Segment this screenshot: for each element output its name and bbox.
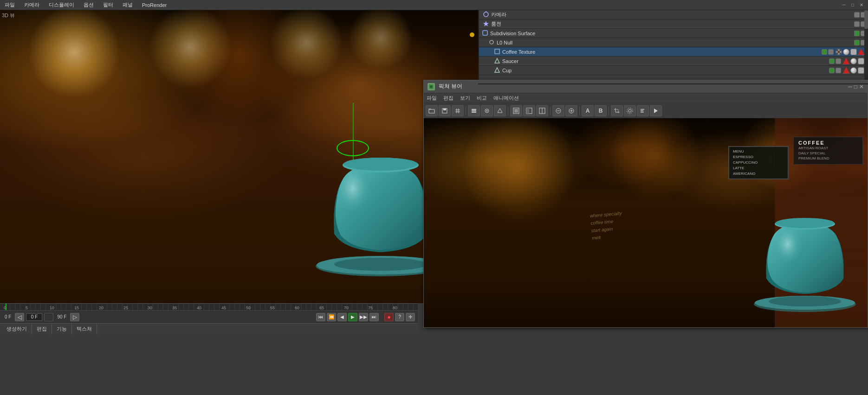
object-row-cup[interactable]: Cup xyxy=(479,66,868,75)
pv-btn-zoom-out[interactable] xyxy=(552,105,564,116)
play-btn[interactable]: ▶ xyxy=(348,313,357,321)
render-light-2 xyxy=(609,118,702,202)
mat-red-tri[interactable] xyxy=(858,49,864,55)
null-vis-dot[interactable] xyxy=(854,40,860,45)
playback-controls: 0 F ◁ 90 F ▷ ⏮ ⏪ ◀ ▶ ▶▶ ⏭ ● ? ✛ xyxy=(0,310,418,323)
pv-btn-settings[interactable] xyxy=(624,105,636,116)
tl-mark-50: 50 xyxy=(246,306,251,310)
object-row-subdivision[interactable]: Subdivision Surface xyxy=(479,29,868,38)
scrollbar-thumb[interactable] xyxy=(864,10,868,29)
picture-viewer-titlebar[interactable]: 픽쳐 뷰어 ─ □ ✕ xyxy=(424,80,868,93)
tab-create[interactable]: 생성하기 xyxy=(2,324,32,334)
svg-point-6 xyxy=(484,12,488,17)
cup-mat-sphere[interactable] xyxy=(850,67,857,74)
svg-rect-11 xyxy=(495,49,499,54)
help-btn[interactable]: ? xyxy=(395,313,404,321)
pv-btn-display1[interactable] xyxy=(510,105,522,116)
svg-rect-32 xyxy=(526,108,529,114)
tl-mark-55: 55 xyxy=(270,306,275,310)
pv-sep-1 xyxy=(466,106,466,115)
saucer-mat-sphere[interactable] xyxy=(850,58,857,64)
minimize-btn[interactable]: ─ xyxy=(841,2,848,8)
tl-mark-40: 40 xyxy=(197,306,201,310)
cup-mat-cube[interactable] xyxy=(858,67,864,74)
pv-btn-history[interactable] xyxy=(637,105,649,116)
pv-btn-crop[interactable] xyxy=(611,105,623,116)
pv-btn-grid[interactable] xyxy=(452,105,464,116)
menu-file[interactable]: 파일 xyxy=(3,0,17,9)
viewport-3d[interactable] xyxy=(0,10,478,303)
pv-btn-compare-b[interactable]: B xyxy=(595,105,607,116)
object-manager: 카메라 룸젼 Subdivision Surface L0 Null xyxy=(478,10,868,83)
frame-back-btn[interactable]: ◁ xyxy=(15,313,24,321)
mat-sphere[interactable] xyxy=(843,49,849,55)
ct-lock-dot[interactable] xyxy=(828,49,834,55)
step-forward-btn[interactable]: ▶▶ xyxy=(359,313,368,321)
saucer-vis-dot[interactable] xyxy=(829,58,835,64)
total-frames-btn[interactable]: ▷ xyxy=(70,313,79,321)
cup-vis-dot[interactable] xyxy=(829,68,835,73)
pv-menu-file[interactable]: 파일 xyxy=(427,95,437,102)
menu-display[interactable]: 디스플레이 xyxy=(47,0,76,9)
camera-vis-dot[interactable] xyxy=(854,12,860,18)
svg-marker-28 xyxy=(498,108,502,113)
pv-menu-view[interactable]: 보기 xyxy=(460,95,470,102)
pv-btn-zoom-in[interactable] xyxy=(565,105,577,116)
pv-menu-animation[interactable]: 애니메이션 xyxy=(493,95,519,102)
object-row-null[interactable]: L0 Null xyxy=(479,38,868,47)
pv-btn-layers[interactable] xyxy=(468,105,480,116)
light-vis-dot[interactable] xyxy=(854,21,860,27)
svg-point-15 xyxy=(430,85,433,88)
go-start-btn[interactable]: ⏮ xyxy=(316,313,325,321)
pv-btn-save[interactable] xyxy=(439,105,451,116)
pv-btn-folder[interactable] xyxy=(426,105,438,116)
menu-filter[interactable]: 필터 xyxy=(101,0,115,9)
svg-point-10 xyxy=(490,40,493,44)
maximize-btn[interactable]: □ xyxy=(849,2,856,8)
crosshair-btn[interactable]: ✛ xyxy=(406,313,415,321)
frame-input[interactable] xyxy=(26,313,42,321)
pv-sep-5 xyxy=(609,106,609,115)
mat-checker[interactable] xyxy=(836,49,842,55)
svg-rect-23 xyxy=(472,112,476,113)
tab-texture[interactable]: 텍스쳐 xyxy=(72,324,97,334)
picture-viewer-content[interactable]: COFFEE ARTISAN ROASTDAILY SPECIALPREMIUM… xyxy=(424,118,868,327)
pv-menu-compare[interactable]: 비교 xyxy=(477,95,487,102)
menu-panel[interactable]: 패널 xyxy=(121,0,135,9)
tl-mark-20: 20 xyxy=(99,306,104,310)
tab-edit[interactable]: 편집 xyxy=(32,324,52,334)
go-end-btn[interactable]: ⏭ xyxy=(369,313,379,321)
saucer-lock-dot[interactable] xyxy=(836,58,841,64)
pv-btn-display3[interactable] xyxy=(536,105,548,116)
pv-btn-render[interactable] xyxy=(650,105,662,116)
svg-marker-13 xyxy=(495,68,499,72)
pv-btn-colorpick[interactable] xyxy=(481,105,493,116)
menu-prorender[interactable]: ProRender xyxy=(140,1,168,9)
menu-options[interactable]: 옵션 xyxy=(82,0,96,9)
saucer-mat-red[interactable] xyxy=(843,58,849,64)
pv-btn-compare[interactable]: A xyxy=(582,105,594,116)
object-row-coffee-texture[interactable]: Coffee Texture xyxy=(479,47,868,57)
object-manager-scrollbar[interactable] xyxy=(864,10,868,83)
ct-vis-dot[interactable] xyxy=(822,49,827,55)
record-btn[interactable]: ● xyxy=(384,313,394,321)
menu-camera[interactable]: 카메라 xyxy=(22,0,41,9)
pv-btn-display2[interactable] xyxy=(523,105,535,116)
step-back-btn[interactable]: ⏪ xyxy=(327,313,336,321)
object-row-light[interactable]: 룸젼 xyxy=(479,19,868,29)
pv-menu-edit[interactable]: 편집 xyxy=(443,95,453,102)
object-row-saucer[interactable]: Saucer xyxy=(479,57,868,66)
sub-vis-dot[interactable] xyxy=(854,31,860,36)
close-btn[interactable]: ✕ xyxy=(858,2,865,8)
tab-function[interactable]: 기능 xyxy=(52,324,72,334)
cup-mat-red[interactable] xyxy=(843,67,849,74)
cup-lock-dot[interactable] xyxy=(836,68,841,73)
viewport-indicator xyxy=(470,32,474,37)
play-reverse-btn[interactable]: ◀ xyxy=(337,313,347,321)
pv-btn-layers2[interactable] xyxy=(494,105,506,116)
mat-cube[interactable] xyxy=(850,49,857,55)
render-light-1 xyxy=(461,118,577,225)
object-row-camera[interactable]: 카메라 xyxy=(479,10,868,19)
saucer-mat-cube[interactable] xyxy=(858,58,864,64)
tl-mark-45: 45 xyxy=(221,306,226,310)
